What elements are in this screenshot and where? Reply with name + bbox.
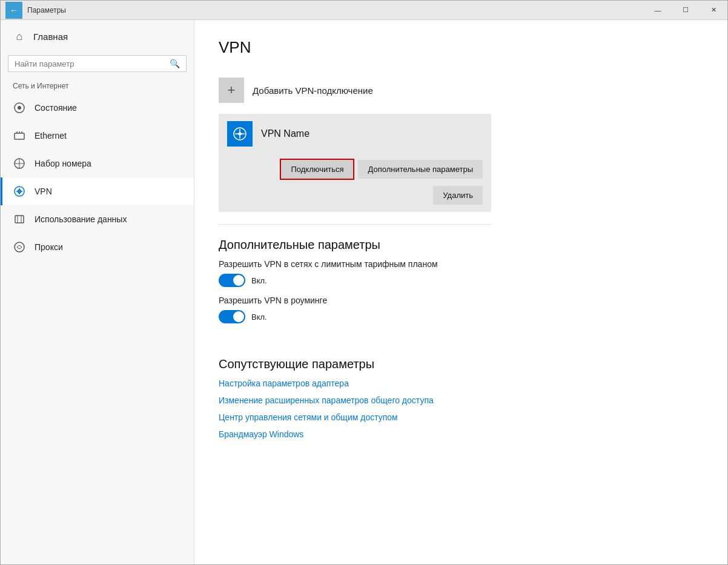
home-icon: ⌂ bbox=[13, 30, 26, 43]
maximize-button[interactable]: ☐ bbox=[672, 1, 700, 20]
vpn-card-icon bbox=[227, 121, 253, 147]
search-icon: 🔍 bbox=[170, 59, 180, 68]
vpn-label: VPN bbox=[35, 187, 52, 196]
sidebar-item-state[interactable]: Состояние bbox=[1, 94, 194, 122]
toggle-row-2: Разрешить VPN в роуминге Вкл. bbox=[219, 296, 703, 323]
delete-button[interactable]: Удалить bbox=[433, 186, 483, 205]
link-adapter[interactable]: Настройка параметров адаптера bbox=[219, 378, 703, 388]
sidebar-section-label: Сеть и Интернет bbox=[1, 77, 194, 94]
main-layout: ⌂ Главная 🔍 Сеть и Интернет Состояние bbox=[1, 20, 727, 564]
toggle2-line: Вкл. bbox=[219, 310, 703, 323]
proxy-icon bbox=[13, 240, 26, 254]
vpn-card: VPN Name Подключиться Дополнительные пар… bbox=[219, 114, 491, 212]
toggle1-label: Разрешить VPN в сетях с лимитным тарифны… bbox=[219, 259, 703, 269]
close-button[interactable]: ✕ bbox=[700, 1, 727, 20]
vpn-card-header: VPN Name bbox=[219, 114, 491, 154]
sidebar-item-dial[interactable]: Набор номера bbox=[1, 150, 194, 177]
spacer bbox=[219, 332, 703, 344]
back-icon: ← bbox=[10, 5, 18, 15]
sidebar-item-vpn[interactable]: VPN bbox=[1, 177, 194, 205]
sidebar-item-proxy[interactable]: Прокси bbox=[1, 233, 194, 261]
back-button[interactable]: ← bbox=[5, 2, 22, 19]
vpn-card-buttons: Подключиться Дополнительные параметры bbox=[219, 154, 491, 186]
proxy-label: Прокси bbox=[35, 242, 63, 252]
connect-button[interactable]: Подключиться bbox=[280, 159, 354, 180]
settings-window: ← Параметры — ☐ ✕ ⌂ Главная 🔍 Сеть и Инт… bbox=[0, 0, 728, 565]
toggle1-line: Вкл. bbox=[219, 274, 703, 287]
content-area: VPN + Добавить VPN-подключение bbox=[194, 20, 727, 564]
page-title: VPN bbox=[219, 38, 703, 57]
vpn-sidebar-icon bbox=[13, 185, 26, 198]
state-icon bbox=[13, 101, 26, 114]
svg-rect-13 bbox=[15, 216, 24, 223]
sidebar: ⌂ Главная 🔍 Сеть и Интернет Состояние bbox=[1, 20, 194, 564]
toggle1[interactable] bbox=[219, 274, 245, 287]
home-label: Главная bbox=[33, 31, 68, 42]
svg-point-16 bbox=[15, 242, 24, 252]
toggle2-label: Разрешить VPN в роуминге bbox=[219, 296, 703, 305]
ethernet-icon bbox=[13, 129, 26, 142]
sidebar-item-home[interactable]: ⌂ Главная bbox=[1, 20, 194, 53]
search-input[interactable] bbox=[15, 59, 170, 68]
advanced-section-heading: Дополнительные параметры bbox=[219, 238, 703, 252]
state-label: Состояние bbox=[35, 103, 77, 113]
svg-point-1 bbox=[18, 106, 21, 110]
toggle1-value: Вкл. bbox=[251, 276, 267, 285]
minimize-button[interactable]: — bbox=[644, 1, 672, 20]
data-label: Использование данных bbox=[35, 214, 127, 224]
link-network-center[interactable]: Центр управления сетями и общим доступом bbox=[219, 412, 703, 422]
window-controls: — ☐ ✕ bbox=[644, 1, 727, 20]
add-vpn-label: Добавить VPN-подключение bbox=[253, 85, 373, 96]
advanced-button[interactable]: Дополнительные параметры bbox=[358, 160, 483, 179]
link-sharing[interactable]: Изменение расширенных параметров общего … bbox=[219, 395, 703, 405]
add-vpn-row[interactable]: + Добавить VPN-подключение bbox=[219, 69, 703, 111]
data-icon bbox=[13, 213, 26, 226]
dial-label: Набор номера bbox=[35, 159, 91, 168]
sidebar-item-data[interactable]: Использование данных bbox=[1, 205, 194, 233]
search-box[interactable]: 🔍 bbox=[8, 55, 187, 72]
toggle2-value: Вкл. bbox=[251, 312, 267, 322]
sidebar-item-ethernet[interactable]: Ethernet bbox=[1, 122, 194, 150]
toggle2[interactable] bbox=[219, 310, 245, 323]
link-firewall[interactable]: Брандмауэр Windows bbox=[219, 429, 703, 439]
titlebar-left: ← Параметры bbox=[5, 2, 66, 19]
related-section-heading: Сопутствующие параметры bbox=[219, 357, 703, 371]
titlebar: ← Параметры — ☐ ✕ bbox=[1, 1, 727, 20]
add-vpn-icon: + bbox=[219, 78, 244, 103]
plus-icon: + bbox=[228, 82, 236, 98]
separator1 bbox=[219, 224, 491, 225]
delete-row: Удалить bbox=[219, 186, 491, 212]
svg-rect-2 bbox=[15, 133, 24, 139]
ethernet-label: Ethernet bbox=[35, 131, 67, 140]
vpn-card-name: VPN Name bbox=[261, 128, 309, 139]
dial-icon bbox=[13, 157, 26, 170]
toggle-row-1: Разрешить VPN в сетях с лимитным тарифны… bbox=[219, 259, 703, 287]
window-title: Параметры bbox=[27, 6, 66, 15]
